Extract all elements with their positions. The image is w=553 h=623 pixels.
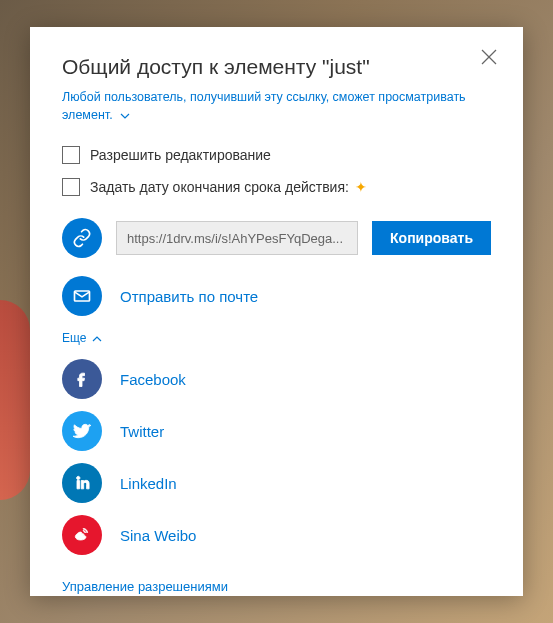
email-share-row[interactable]: Отправить по почте [62, 276, 491, 316]
facebook-icon [62, 359, 102, 399]
facebook-share-row[interactable]: Facebook [62, 359, 491, 399]
link-icon [62, 218, 102, 258]
chevron-up-icon [92, 331, 102, 345]
copy-button[interactable]: Копировать [372, 221, 491, 255]
weibo-icon [62, 515, 102, 555]
close-icon [481, 49, 497, 65]
manage-permissions-link[interactable]: Управление разрешениями [62, 579, 228, 594]
set-expiry-row: Задать дату окончания срока действия: ✦ [62, 178, 491, 196]
linkedin-label: LinkedIn [120, 475, 177, 492]
twitter-icon [62, 411, 102, 451]
background-accent [0, 300, 30, 500]
email-icon [62, 276, 102, 316]
share-scope-dropdown[interactable]: Любой пользователь, получивший эту ссылк… [62, 89, 491, 124]
linkedin-icon [62, 463, 102, 503]
allow-editing-label: Разрешить редактирование [90, 147, 271, 163]
twitter-label: Twitter [120, 423, 164, 440]
set-expiry-label: Задать дату окончания срока действия: [90, 179, 349, 195]
weibo-label: Sina Weibo [120, 527, 196, 544]
weibo-share-row[interactable]: Sina Weibo [62, 515, 491, 555]
email-share-label: Отправить по почте [120, 288, 258, 305]
allow-editing-row: Разрешить редактирование [62, 146, 491, 164]
premium-icon: ✦ [355, 179, 367, 195]
linkedin-share-row[interactable]: LinkedIn [62, 463, 491, 503]
share-dialog: Общий доступ к элементу "just" Любой пол… [30, 27, 523, 596]
more-toggle-label: Еще [62, 331, 86, 345]
facebook-label: Facebook [120, 371, 186, 388]
set-expiry-checkbox[interactable] [62, 178, 80, 196]
dialog-title: Общий доступ к элементу "just" [62, 55, 491, 79]
more-toggle[interactable]: Еще [62, 331, 102, 345]
chevron-down-icon [120, 107, 130, 125]
link-row: Копировать [62, 218, 491, 258]
close-button[interactable] [481, 49, 501, 69]
twitter-share-row[interactable]: Twitter [62, 411, 491, 451]
allow-editing-checkbox[interactable] [62, 146, 80, 164]
share-link-input[interactable] [116, 221, 358, 255]
